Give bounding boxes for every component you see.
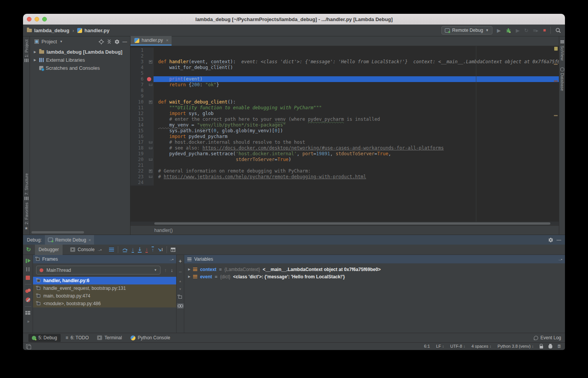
toolwindow-toggle-icon[interactable] <box>26 344 30 348</box>
project-tree-item[interactable]: ▶External Libraries <box>30 56 130 64</box>
code-line[interactable]: 3def handler(event, context): event: <cl… <box>130 59 559 65</box>
code-editor[interactable]: 123def handler(event, context): event: <… <box>130 46 559 222</box>
code-line[interactable]: 18 # see also: https://docs.docker.com/d… <box>130 145 559 151</box>
annotation-mark[interactable] <box>554 115 558 116</box>
debug-button[interactable] <box>505 28 511 33</box>
code-line[interactable]: 16 import pydevd_pycharm <box>130 134 559 140</box>
notifications-icon[interactable]: ⍰ <box>558 344 560 349</box>
code-line[interactable]: 8 <box>130 88 559 94</box>
code-line[interactable]: 1 <box>130 48 559 53</box>
tool-stripe-structure[interactable]: 7: Structure <box>24 173 29 200</box>
project-horizontal-scrollbar[interactable] <box>31 231 84 233</box>
status-item[interactable]: LF↕ <box>436 344 444 348</box>
editor-breadcrumb[interactable]: handler() <box>154 228 173 233</box>
fold-marker[interactable] <box>146 99 154 105</box>
debug-session-tab[interactable]: Remote Debug × <box>45 235 94 245</box>
variable-row[interactable]: ▶event = {dict}<class 'dict'>: {'message… <box>188 273 565 280</box>
close-tab-icon[interactable]: × <box>166 38 168 43</box>
project-tree-item[interactable]: ▶lambda_debug [Lambda Debug] <box>30 48 130 56</box>
duplicate-watch-button[interactable] <box>178 296 182 299</box>
event-log-button[interactable]: Event Log <box>534 335 561 340</box>
expand-arrow-icon[interactable]: ▶ <box>188 268 190 271</box>
breakpoint-icon[interactable] <box>147 77 151 81</box>
stop-button[interactable]: ■ <box>543 28 546 33</box>
annotation-mark[interactable] <box>554 64 558 65</box>
toolwindow-tab-todo[interactable]: ≡6: TODO <box>62 334 92 342</box>
mute-breakpoints-button[interactable] <box>26 297 30 302</box>
code-line[interactable]: 5 <box>130 71 559 76</box>
chevron-down-icon[interactable]: ▼ <box>59 40 63 43</box>
run-to-cursor-icon[interactable]: ↘I <box>158 247 163 252</box>
code-line[interactable]: 20 stderrToServer=True) <box>130 157 559 163</box>
step-into-icon[interactable]: ↓ <box>132 247 134 253</box>
tool-stripe-project[interactable]: 1: Project <box>24 39 29 62</box>
project-tree-item[interactable]: Scratches and Consoles <box>30 64 130 72</box>
breadcrumb-file[interactable]: handler.py <box>84 28 109 33</box>
concurrency-button[interactable]: ≡▸ <box>533 28 538 33</box>
pause-button[interactable] <box>26 267 30 271</box>
code-line[interactable]: 4 wait_for_debug_client() <box>130 65 559 71</box>
stop-debug-button[interactable] <box>26 276 30 280</box>
hide-debug-window-button[interactable]: — <box>557 237 561 243</box>
scrollbar-thumb[interactable] <box>154 222 550 225</box>
toolwindow-tab-pythonconsole[interactable]: Python Console <box>127 334 174 342</box>
step-over-button[interactable] <box>122 247 128 252</box>
frame-row[interactable]: handle_event_request, bootstrap.py:131 <box>33 284 176 292</box>
fold-marker[interactable] <box>146 82 154 88</box>
dock-icon[interactable]: →▪ <box>168 257 173 261</box>
close-session-icon[interactable]: × <box>88 238 91 242</box>
project-settings-button[interactable] <box>114 39 120 44</box>
previous-frame-button[interactable]: ↑ <box>164 267 167 273</box>
force-step-into-icon[interactable]: ↓ <box>145 247 148 253</box>
jump-to-output-icon[interactable]: →▪ <box>97 248 101 252</box>
dock-icon[interactable]: →▪ <box>557 257 562 261</box>
locate-button[interactable] <box>99 39 104 44</box>
code-line[interactable]: 14 my_venv = "venv/lib/python*/site-pack… <box>130 122 559 128</box>
frame-row[interactable]: <module>, bootstrap.py:486 <box>33 300 176 307</box>
step-into-my-code-icon[interactable]: ⇣ <box>138 247 142 253</box>
project-panel-title[interactable]: Project <box>41 39 57 44</box>
evaluate-expression-icon[interactable] <box>171 248 175 252</box>
next-frame-button[interactable]: ↓ <box>171 267 173 273</box>
run-config-selector[interactable]: Remote Debug ▼ <box>441 26 492 35</box>
expand-arrow-icon[interactable]: ▶ <box>188 275 190 278</box>
tool-stripe-sciview[interactable]: SciView <box>560 40 565 61</box>
code-line[interactable]: 19 pydevd_pycharm.settrace('host.docker.… <box>130 151 559 157</box>
run-button[interactable]: ▶ <box>497 28 501 33</box>
add-watch-button[interactable]: + <box>178 258 182 264</box>
restore-layout-button[interactable] <box>25 311 30 315</box>
more-actions-button[interactable]: » <box>27 319 28 324</box>
debug-settings-button[interactable] <box>548 237 553 243</box>
variable-row[interactable]: ▶context = {LambdaContext}<__main__.Lamb… <box>188 266 565 273</box>
hector-inspector-icon[interactable] <box>548 345 552 348</box>
collapse-all-button[interactable] <box>107 39 112 44</box>
code-line[interactable]: 13 # enter the correct path here to your… <box>130 117 559 122</box>
code-line[interactable]: 6 print(event) <box>130 76 559 82</box>
status-item[interactable]: UTF-8↕ <box>450 344 465 348</box>
editor-horizontal-scrollbar[interactable] <box>130 222 559 225</box>
inspection-status-icon[interactable] <box>554 47 558 51</box>
tool-stripe-favorites[interactable]: 2: Favorites ★ <box>24 202 29 231</box>
fold-marker[interactable] <box>146 157 154 163</box>
status-item[interactable]: 6:1 <box>424 344 430 348</box>
code-line[interactable]: 9 <box>130 94 559 99</box>
code-line[interactable]: 2 <box>130 53 559 59</box>
fold-marker[interactable] <box>146 168 154 174</box>
code-line[interactable]: 15 sys.path.insert(0, glob.glob(my_venv)… <box>130 128 559 134</box>
step-out-icon[interactable]: ↑ <box>152 247 154 253</box>
tool-stripe-database[interactable]: Database <box>560 67 565 91</box>
fold-marker[interactable] <box>146 140 154 145</box>
rerun-button[interactable]: ↻ <box>26 246 31 253</box>
tab-debugger[interactable]: Debugger <box>35 245 63 255</box>
code-line[interactable]: 7 return {200: "ok"} <box>130 82 559 88</box>
code-line[interactable]: 17 # host.docker.internal should resolve… <box>130 140 559 145</box>
breadcrumb-project[interactable]: lambda_debug <box>34 28 69 33</box>
search-everywhere-button[interactable] <box>555 28 561 33</box>
code-line[interactable]: 11 """Utility function to enable debuggi… <box>130 105 559 111</box>
status-item[interactable]: Python 3.8 (venv)↕ <box>497 344 533 348</box>
resume-button[interactable] <box>26 259 30 263</box>
expand-arrow-icon[interactable]: ▶ <box>33 50 37 54</box>
code-line[interactable]: 10def wait_for_debug_client(): <box>130 99 559 105</box>
fold-marker[interactable] <box>146 59 154 65</box>
lock-icon[interactable] <box>540 346 543 348</box>
